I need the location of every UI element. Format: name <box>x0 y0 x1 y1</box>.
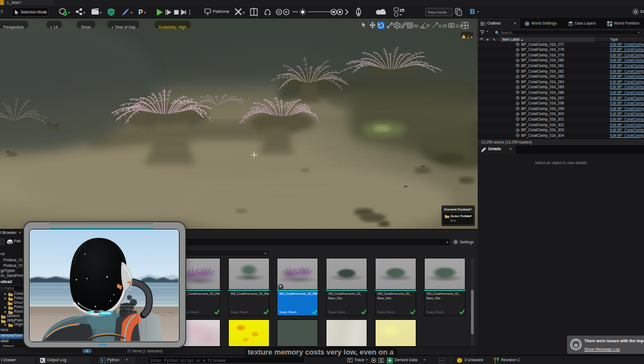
svg-text:0.25: 0.25 <box>439 23 447 28</box>
svg-text:▾: ▾ <box>144 11 146 15</box>
svg-text:2: 2 <box>467 35 469 39</box>
svg-text:◂: ◂ <box>470 35 472 39</box>
svg-text:0.9: 0.9 <box>456 23 462 28</box>
svg-text:▾: ▾ <box>100 11 102 15</box>
svg-text:▾: ▾ <box>131 11 133 15</box>
svg-text:▾: ▾ <box>243 11 245 15</box>
svg-text:▾: ▾ <box>83 11 85 15</box>
svg-text:25: 25 <box>400 8 404 13</box>
svg-text:Fab: Fab <box>8 241 12 244</box>
svg-text:50: 50 <box>414 23 418 28</box>
svg-text:▾: ▾ <box>68 11 70 15</box>
svg-text:5°: 5° <box>426 23 430 28</box>
svg-text:P: P <box>138 8 143 16</box>
svg-text:u: u <box>574 341 578 348</box>
